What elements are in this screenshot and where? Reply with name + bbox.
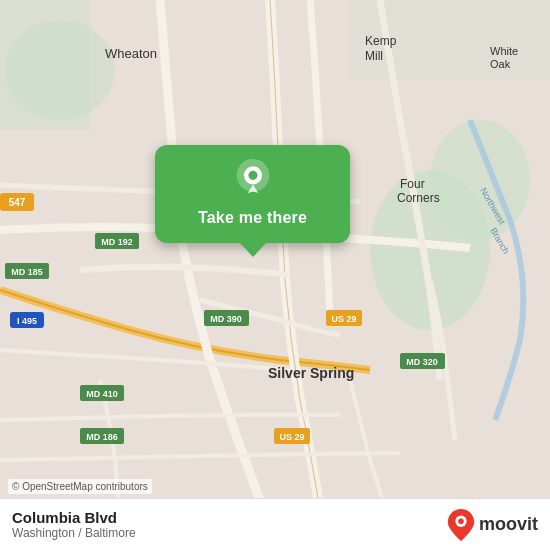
svg-text:MD 186: MD 186 <box>86 432 118 442</box>
svg-text:Four: Four <box>400 177 425 191</box>
copyright-text: © OpenStreetMap contributors <box>8 479 152 494</box>
location-info: Columbia Blvd Washington / Baltimore <box>12 509 136 540</box>
map-container: Northwest Branch Wheaton <box>0 0 550 550</box>
moovit-brand-text: moovit <box>479 514 538 535</box>
location-name: Columbia Blvd <box>12 509 136 526</box>
svg-text:Oak: Oak <box>490 58 511 70</box>
moovit-logo: moovit <box>447 509 538 541</box>
svg-text:MD 410: MD 410 <box>86 389 118 399</box>
svg-text:Wheaton: Wheaton <box>105 46 157 61</box>
svg-text:I 495: I 495 <box>17 316 37 326</box>
svg-point-40 <box>458 518 464 524</box>
svg-text:547: 547 <box>9 197 26 208</box>
svg-text:US 29: US 29 <box>331 314 356 324</box>
tooltip-card: Take me there <box>155 145 350 243</box>
svg-text:MD 390: MD 390 <box>210 314 242 324</box>
svg-text:Corners: Corners <box>397 191 440 205</box>
svg-text:Kemp: Kemp <box>365 34 397 48</box>
location-pin-icon <box>233 159 273 199</box>
svg-text:MD 192: MD 192 <box>101 237 133 247</box>
svg-point-38 <box>248 171 257 180</box>
svg-text:MD 185: MD 185 <box>11 267 43 277</box>
svg-text:Silver Spring: Silver Spring <box>268 365 354 381</box>
moovit-pin-icon <box>447 509 475 541</box>
take-me-there-button[interactable]: Take me there <box>198 209 307 227</box>
map-svg: Northwest Branch Wheaton <box>0 0 550 550</box>
svg-text:MD 320: MD 320 <box>406 357 438 367</box>
svg-point-4 <box>5 20 115 120</box>
svg-text:US 29: US 29 <box>279 432 304 442</box>
bottom-bar: Columbia Blvd Washington / Baltimore moo… <box>0 498 550 550</box>
location-sub: Washington / Baltimore <box>12 526 136 540</box>
svg-text:White: White <box>490 45 518 57</box>
svg-text:Mill: Mill <box>365 49 383 63</box>
